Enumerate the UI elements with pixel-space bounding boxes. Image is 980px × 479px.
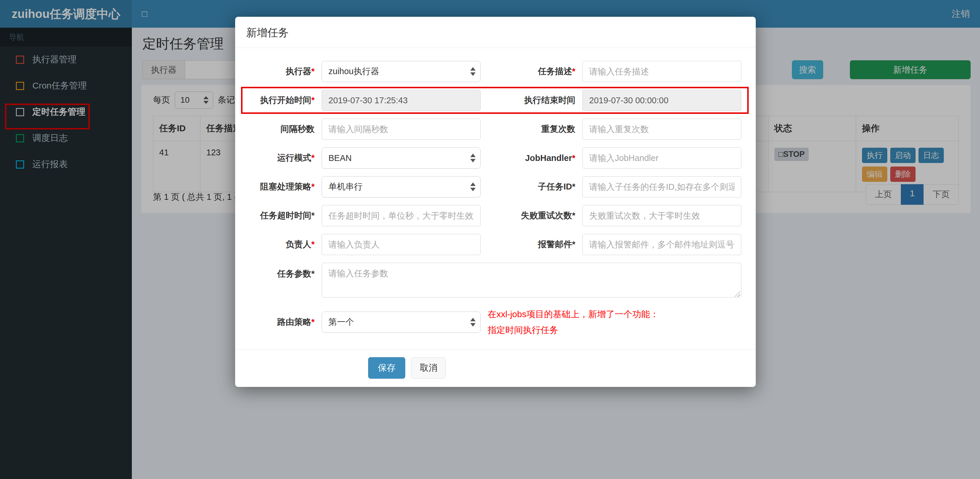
modal-header: 新增任务	[235, 17, 756, 48]
select-arrows-icon	[470, 318, 476, 326]
form-row-exec-time: 执行开始时间* 执行结束时间	[246, 90, 745, 111]
interval-input[interactable]	[322, 119, 480, 140]
start-time-input[interactable]	[322, 90, 480, 111]
owner-label: 负责人*	[246, 239, 315, 250]
job-handler-input[interactable]	[582, 147, 741, 169]
required-mark: *	[311, 153, 315, 162]
owner-input[interactable]	[322, 234, 480, 255]
child-job-label: 子任务ID*	[488, 181, 575, 193]
repeat-input[interactable]	[582, 119, 741, 140]
job-desc-input[interactable]	[582, 61, 741, 82]
end-time-label: 执行结束时间	[488, 94, 575, 106]
start-time-label: 执行开始时间*	[246, 94, 315, 106]
required-mark: *	[311, 182, 315, 191]
required-mark: *	[311, 95, 315, 105]
job-param-wrapper	[322, 263, 741, 299]
interval-label: 间隔秒数	[246, 123, 315, 135]
select-arrows-icon	[470, 67, 476, 76]
required-mark: *	[311, 317, 315, 326]
feature-note: 在xxl-jobs项目的基础上，新增了一个功能： 指定时间执行任务	[488, 306, 741, 338]
save-button[interactable]: 保存	[368, 357, 405, 379]
form-row-job-param: 任务参数*	[246, 263, 745, 299]
retry-label: 失败重试次数*	[488, 210, 575, 221]
add-job-modal: 新增任务 执行器* zuihou执行器 任务描述* 执行开始时间* 执行结束时间…	[235, 17, 756, 387]
route-strategy-select[interactable]: 第一个	[322, 312, 480, 333]
executor-label: 执行器*	[246, 65, 315, 77]
job-param-textarea[interactable]	[322, 263, 741, 298]
required-mark: *	[311, 240, 315, 249]
form-row-executor: 执行器* zuihou执行器 任务描述*	[246, 61, 745, 82]
route-strategy-select-value: 第一个	[328, 316, 354, 328]
timeout-label: 任务超时时间*	[246, 210, 315, 221]
form-row-interval: 间隔秒数 重复次数	[246, 119, 745, 140]
executor-select[interactable]: zuihou执行器	[322, 61, 480, 82]
block-strategy-label: 阻塞处理策略*	[246, 181, 315, 193]
block-strategy-select-value: 单机串行	[328, 181, 363, 193]
end-time-input[interactable]	[582, 90, 741, 111]
modal-body: 执行器* zuihou执行器 任务描述* 执行开始时间* 执行结束时间 间隔秒数…	[235, 48, 756, 338]
alarm-email-input[interactable]	[582, 234, 741, 255]
run-mode-select[interactable]: BEAN	[322, 147, 480, 169]
timeout-input[interactable]	[322, 205, 480, 226]
modal-title: 新增任务	[246, 27, 289, 38]
job-param-label: 任务参数*	[246, 268, 315, 280]
select-arrows-icon	[470, 182, 476, 191]
form-row-timeout: 任务超时时间* 失败重试次数*	[246, 205, 745, 226]
modal-footer: 保存 取消	[235, 349, 756, 379]
required-mark: *	[311, 67, 315, 76]
select-arrows-icon	[470, 154, 476, 162]
retry-input[interactable]	[582, 205, 741, 226]
route-strategy-label: 路由策略*	[246, 316, 315, 328]
repeat-label: 重复次数	[488, 123, 575, 135]
executor-select-value: zuihou执行器	[328, 65, 379, 77]
required-mark: *	[572, 153, 575, 163]
alarm-email-label: 报警邮件*	[488, 239, 575, 250]
form-row-run-mode: 运行模式* BEAN JobHandler*	[246, 147, 745, 169]
feature-note-line2: 指定时间执行任务	[488, 322, 741, 338]
form-row-owner: 负责人* 报警邮件*	[246, 234, 745, 255]
block-strategy-select[interactable]: 单机串行	[322, 176, 480, 197]
job-desc-label: 任务描述*	[488, 65, 575, 77]
cancel-button[interactable]: 取消	[411, 357, 446, 379]
job-handler-label: JobHandler*	[488, 153, 575, 163]
feature-note-line1: 在xxl-jobs项目的基础上，新增了一个功能：	[488, 306, 741, 322]
required-mark: *	[572, 67, 575, 76]
child-job-input[interactable]	[582, 176, 741, 197]
form-row-route-strategy: 路由策略* 第一个 在xxl-jobs项目的基础上，新增了一个功能： 指定时间执…	[246, 306, 745, 338]
run-mode-label: 运行模式*	[246, 152, 315, 164]
form-row-block-strategy: 阻塞处理策略* 单机串行 子任务ID*	[246, 176, 745, 197]
run-mode-select-value: BEAN	[328, 153, 352, 163]
